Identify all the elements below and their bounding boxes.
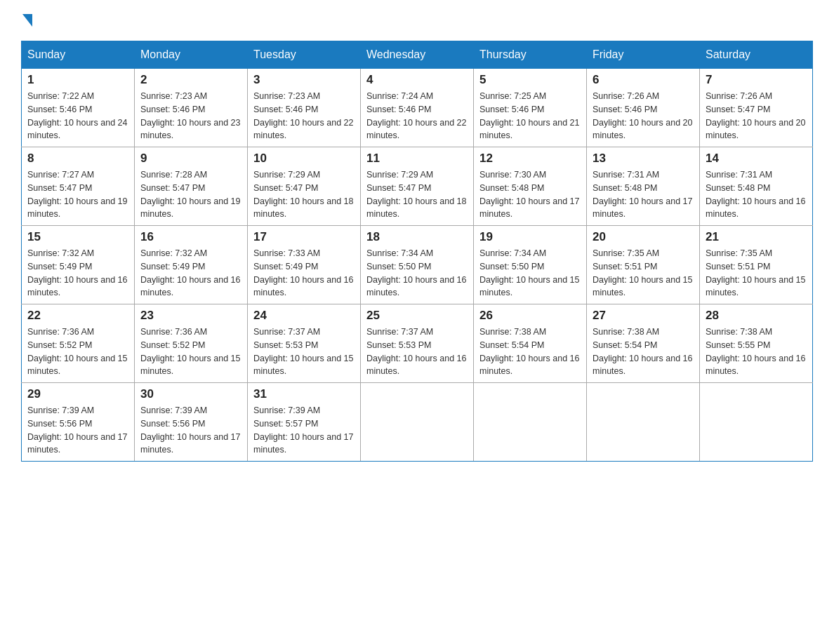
day-info: Sunrise: 7:26 AMSunset: 5:47 PMDaylight:… [706,90,807,142]
day-info: Sunrise: 7:33 AMSunset: 5:49 PMDaylight:… [253,247,355,300]
day-info: Sunrise: 7:25 AMSunset: 5:46 PMDaylight:… [479,90,581,142]
day-number: 18 [366,230,468,244]
day-number: 5 [479,73,581,87]
day-number: 27 [593,309,694,323]
calendar-cell: 14Sunrise: 7:31 AMSunset: 5:48 PMDayligh… [700,147,813,226]
day-number: 16 [140,230,241,244]
calendar-cell: 19Sunrise: 7:34 AMSunset: 5:50 PMDayligh… [474,226,587,304]
day-number: 23 [140,309,241,323]
calendar-cell: 20Sunrise: 7:35 AMSunset: 5:51 PMDayligh… [587,226,700,304]
calendar-cell: 10Sunrise: 7:29 AMSunset: 5:47 PMDayligh… [248,147,361,226]
calendar-cell: 18Sunrise: 7:34 AMSunset: 5:50 PMDayligh… [361,226,474,304]
day-info: Sunrise: 7:37 AMSunset: 5:53 PMDaylight:… [366,326,468,378]
day-info: Sunrise: 7:29 AMSunset: 5:47 PMDaylight:… [366,168,468,221]
day-number: 4 [366,73,468,87]
day-number: 24 [253,309,355,323]
calendar-cell: 6Sunrise: 7:26 AMSunset: 5:46 PMDaylight… [587,69,700,147]
day-info: Sunrise: 7:36 AMSunset: 5:52 PMDaylight:… [140,326,241,378]
calendar-cell: 13Sunrise: 7:31 AMSunset: 5:48 PMDayligh… [587,147,700,226]
calendar-cell: 31Sunrise: 7:39 AMSunset: 5:57 PMDayligh… [248,383,361,462]
calendar-cell: 28Sunrise: 7:38 AMSunset: 5:55 PMDayligh… [700,304,813,383]
day-number: 6 [593,73,694,87]
day-number: 31 [253,387,355,401]
col-header-tuesday: Tuesday [248,41,361,69]
calendar-cell: 8Sunrise: 7:27 AMSunset: 5:47 PMDaylight… [22,147,135,226]
day-info: Sunrise: 7:22 AMSunset: 5:46 PMDaylight:… [27,90,128,142]
calendar-cell [474,383,587,462]
day-number: 29 [27,387,128,401]
day-info: Sunrise: 7:23 AMSunset: 5:46 PMDaylight:… [140,90,241,142]
calendar-week-row: 15Sunrise: 7:32 AMSunset: 5:49 PMDayligh… [22,226,813,304]
calendar-cell: 11Sunrise: 7:29 AMSunset: 5:47 PMDayligh… [361,147,474,226]
calendar-week-row: 8Sunrise: 7:27 AMSunset: 5:47 PMDaylight… [22,147,813,226]
day-number: 26 [479,309,581,323]
logo [21,14,34,27]
calendar-cell: 12Sunrise: 7:30 AMSunset: 5:48 PMDayligh… [474,147,587,226]
col-header-thursday: Thursday [474,41,587,69]
day-info: Sunrise: 7:39 AMSunset: 5:56 PMDaylight:… [140,404,241,457]
day-info: Sunrise: 7:26 AMSunset: 5:46 PMDaylight:… [593,90,694,142]
day-info: Sunrise: 7:36 AMSunset: 5:52 PMDaylight:… [27,326,128,378]
col-header-friday: Friday [587,41,700,69]
calendar-cell: 21Sunrise: 7:35 AMSunset: 5:51 PMDayligh… [700,226,813,304]
calendar-cell: 24Sunrise: 7:37 AMSunset: 5:53 PMDayligh… [248,304,361,383]
day-info: Sunrise: 7:38 AMSunset: 5:54 PMDaylight:… [593,326,694,378]
day-info: Sunrise: 7:31 AMSunset: 5:48 PMDaylight:… [706,168,807,221]
page-header [21,14,813,27]
day-info: Sunrise: 7:37 AMSunset: 5:53 PMDaylight:… [253,326,355,378]
logo-arrow-icon [22,14,32,27]
calendar-header-row: SundayMondayTuesdayWednesdayThursdayFrid… [22,41,813,69]
calendar-cell: 27Sunrise: 7:38 AMSunset: 5:54 PMDayligh… [587,304,700,383]
calendar-cell: 16Sunrise: 7:32 AMSunset: 5:49 PMDayligh… [135,226,248,304]
calendar-cell: 25Sunrise: 7:37 AMSunset: 5:53 PMDayligh… [361,304,474,383]
calendar-cell: 15Sunrise: 7:32 AMSunset: 5:49 PMDayligh… [22,226,135,304]
day-number: 12 [479,152,581,166]
calendar-cell: 26Sunrise: 7:38 AMSunset: 5:54 PMDayligh… [474,304,587,383]
calendar-cell [361,383,474,462]
day-number: 22 [27,309,128,323]
day-info: Sunrise: 7:35 AMSunset: 5:51 PMDaylight:… [706,247,807,300]
col-header-saturday: Saturday [700,41,813,69]
day-number: 9 [140,152,241,166]
calendar-cell: 2Sunrise: 7:23 AMSunset: 5:46 PMDaylight… [135,69,248,147]
day-number: 13 [593,152,694,166]
calendar-cell: 7Sunrise: 7:26 AMSunset: 5:47 PMDaylight… [700,69,813,147]
calendar-cell: 4Sunrise: 7:24 AMSunset: 5:46 PMDaylight… [361,69,474,147]
day-info: Sunrise: 7:32 AMSunset: 5:49 PMDaylight:… [27,247,128,300]
day-number: 19 [479,230,581,244]
day-number: 7 [706,73,807,87]
calendar-cell [700,383,813,462]
day-info: Sunrise: 7:29 AMSunset: 5:47 PMDaylight:… [253,168,355,221]
day-info: Sunrise: 7:39 AMSunset: 5:57 PMDaylight:… [253,404,355,457]
day-info: Sunrise: 7:35 AMSunset: 5:51 PMDaylight:… [593,247,694,300]
day-number: 17 [253,230,355,244]
day-info: Sunrise: 7:24 AMSunset: 5:46 PMDaylight:… [366,90,468,142]
day-number: 20 [593,230,694,244]
day-number: 2 [140,73,241,87]
calendar-table: SundayMondayTuesdayWednesdayThursdayFrid… [21,41,813,462]
col-header-monday: Monday [135,41,248,69]
day-number: 21 [706,230,807,244]
calendar-cell: 3Sunrise: 7:23 AMSunset: 5:46 PMDaylight… [248,69,361,147]
calendar-week-row: 22Sunrise: 7:36 AMSunset: 5:52 PMDayligh… [22,304,813,383]
day-number: 1 [27,73,128,87]
day-number: 3 [253,73,355,87]
day-number: 14 [706,152,807,166]
day-info: Sunrise: 7:34 AMSunset: 5:50 PMDaylight:… [366,247,468,300]
col-header-sunday: Sunday [22,41,135,69]
day-info: Sunrise: 7:31 AMSunset: 5:48 PMDaylight:… [593,168,694,221]
day-number: 11 [366,152,468,166]
day-info: Sunrise: 7:38 AMSunset: 5:55 PMDaylight:… [706,326,807,378]
day-number: 28 [706,309,807,323]
day-number: 10 [253,152,355,166]
calendar-cell: 9Sunrise: 7:28 AMSunset: 5:47 PMDaylight… [135,147,248,226]
day-number: 30 [140,387,241,401]
day-info: Sunrise: 7:34 AMSunset: 5:50 PMDaylight:… [479,247,581,300]
calendar-cell: 22Sunrise: 7:36 AMSunset: 5:52 PMDayligh… [22,304,135,383]
day-info: Sunrise: 7:32 AMSunset: 5:49 PMDaylight:… [140,247,241,300]
col-header-wednesday: Wednesday [361,41,474,69]
day-info: Sunrise: 7:38 AMSunset: 5:54 PMDaylight:… [479,326,581,378]
calendar-cell: 29Sunrise: 7:39 AMSunset: 5:56 PMDayligh… [22,383,135,462]
day-info: Sunrise: 7:30 AMSunset: 5:48 PMDaylight:… [479,168,581,221]
calendar-week-row: 29Sunrise: 7:39 AMSunset: 5:56 PMDayligh… [22,383,813,462]
